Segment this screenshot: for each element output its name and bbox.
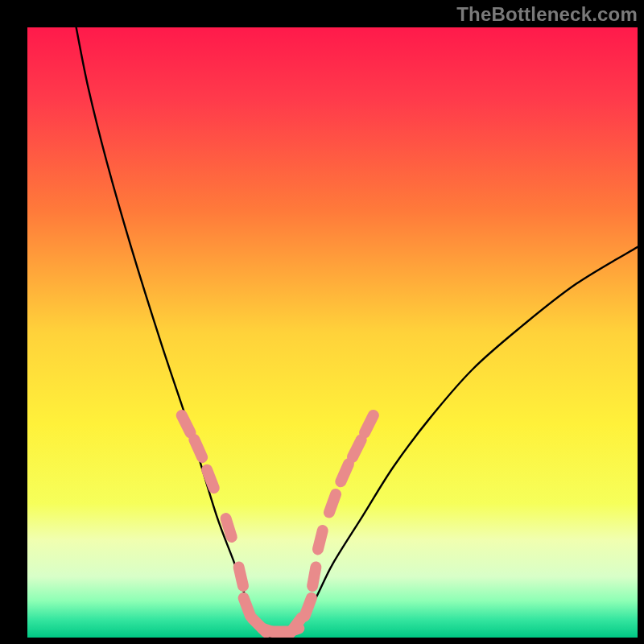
chart-svg bbox=[27, 27, 638, 638]
highlight-marker bbox=[244, 598, 250, 616]
plot-area bbox=[27, 27, 638, 638]
highlight-marker bbox=[226, 518, 232, 537]
gradient-background bbox=[27, 27, 638, 638]
highlight-marker bbox=[194, 440, 202, 457]
highlight-marker bbox=[304, 598, 311, 616]
highlight-marker bbox=[182, 415, 191, 432]
highlight-marker bbox=[353, 440, 361, 456]
highlight-marker bbox=[207, 470, 214, 488]
watermark-text: TheBottleneck.com bbox=[456, 3, 638, 26]
highlight-marker bbox=[312, 567, 316, 586]
highlight-marker bbox=[239, 568, 243, 586]
chart-stage: TheBottleneck.com bbox=[0, 0, 644, 644]
highlight-marker bbox=[318, 530, 323, 549]
highlight-marker bbox=[329, 494, 336, 513]
highlight-marker bbox=[341, 464, 349, 481]
highlight-marker bbox=[365, 415, 374, 432]
